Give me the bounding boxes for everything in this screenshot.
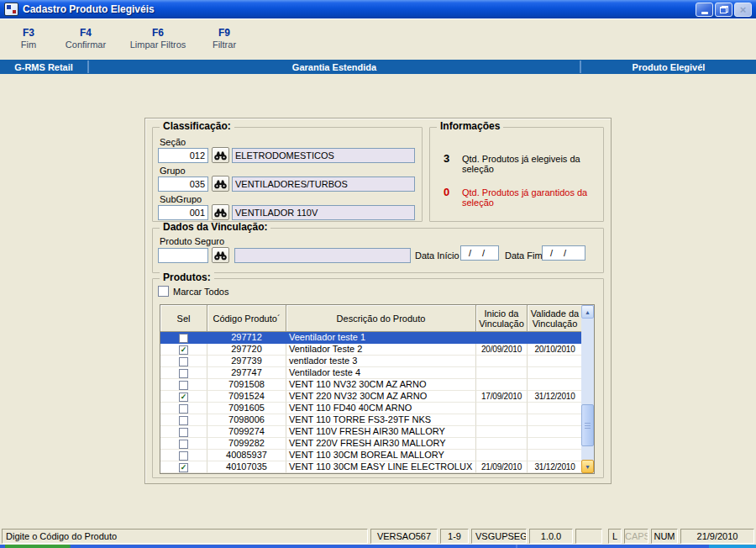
title-bar: Cadastro Produto Elegivéis × (0, 0, 756, 18)
table-row[interactable]: 7099274VENT 110V FRESH AIR30 MALLORY (160, 426, 594, 438)
toolbar-button-filtrar[interactable]: F9 Filtrar (200, 23, 249, 55)
table-row[interactable]: 297712Veentilador teste 1 (160, 332, 594, 344)
binoculars-icon (214, 179, 227, 189)
product-description: Ventilador teste 4 (286, 367, 476, 379)
row-checkbox[interactable] (179, 357, 188, 366)
row-checkbox[interactable] (179, 440, 188, 449)
row-checkbox[interactable] (179, 381, 188, 390)
row-checkbox[interactable] (179, 416, 188, 425)
product-code: 297739 (207, 356, 286, 367)
table-row[interactable]: ✓40107035VENT 110 30CM EASY LINE ELECTRO… (160, 461, 594, 473)
toolbar-button-limpar-filtros[interactable]: F6 Limpar Filtros (121, 23, 195, 55)
row-sel-cell[interactable]: ✓ (160, 344, 207, 356)
row-sel-cell[interactable]: ✓ (160, 461, 207, 473)
table-row[interactable]: 7099282VENT 220V FRESH AIR30 MALLORY (160, 438, 594, 450)
row-sel-cell[interactable] (160, 367, 207, 379)
button-label: Fim (21, 40, 36, 50)
scroll-down-button[interactable]: ▼ (581, 460, 594, 473)
row-checkbox[interactable]: ✓ (179, 463, 188, 472)
row-checkbox[interactable] (179, 334, 188, 343)
app-icon (4, 3, 18, 16)
subgrupo-lookup-button[interactable] (212, 204, 229, 220)
column-header-label: Código Produto (213, 314, 276, 324)
toolbar-button-confirmar[interactable]: F4 Confirmar (55, 23, 116, 55)
produto-seguro-lookup-button[interactable] (212, 247, 229, 263)
produto-seguro-label: Produto Seguro (160, 237, 224, 246)
classificacao-group: Classificação: Seção 012 ELETRODOMESTICO… (152, 127, 423, 222)
vertical-scrollbar[interactable]: ▲ ▼ (581, 305, 594, 473)
product-code: 40107035 (207, 461, 286, 473)
table-row[interactable]: 7091605VENT 110 FD40 40CM ARNO (160, 403, 594, 414)
product-description: Veentilador teste 1 (286, 332, 476, 344)
vinculacao-start-date (476, 438, 528, 450)
vinculacao-start-date: 17/09/2010 (476, 391, 528, 403)
banner-screen-name: Produto Elegivél (581, 62, 756, 72)
data-inicio-label: Data Início (415, 251, 459, 261)
group-title: Produtos: (160, 272, 214, 283)
data-inicio-input[interactable]: / / (460, 245, 499, 261)
row-sel-cell[interactable] (160, 332, 207, 344)
table-row[interactable]: 297739ventlador teste 3 (160, 356, 594, 367)
close-button[interactable]: × (734, 3, 752, 17)
secao-code-input[interactable]: 012 (158, 148, 208, 163)
data-fim-label: Data Fim (505, 251, 543, 261)
row-checkbox[interactable]: ✓ (179, 393, 188, 402)
row-sel-cell[interactable] (160, 438, 207, 450)
row-sel-cell[interactable] (160, 403, 207, 414)
table-row[interactable]: ✓7091524VENT 220 NV32 30CM AZ ARNO17/09/… (160, 391, 594, 403)
secao-label: Seção (160, 138, 186, 147)
vinculacao-start-date (476, 450, 528, 461)
window-title: Cadastro Produto Elegivéis (23, 3, 155, 15)
restore-button[interactable] (715, 3, 732, 17)
secao-lookup-button[interactable] (212, 147, 229, 163)
scroll-up-button[interactable]: ▲ (581, 305, 594, 319)
column-header-validade[interactable]: Validade da Vinculação (528, 305, 583, 332)
scrollbar-thumb[interactable] (581, 404, 594, 446)
vinculacao-end-date (528, 403, 583, 414)
table-row[interactable]: 7098006VENT 110 TORRE FS3-29TF NKS (160, 414, 594, 426)
product-description: VENT 110 30CM EASY LINE ELECTROLUX (286, 461, 476, 473)
taskbar-divider (516, 545, 517, 548)
product-description: Ventilador Teste 2 (286, 344, 476, 356)
toolbar-button-fim[interactable]: F3 Fim (7, 23, 50, 55)
minimize-button[interactable] (696, 3, 713, 17)
status-module: VSGUPSEG (471, 529, 527, 544)
column-header-codigo[interactable]: Código Produto´ (207, 305, 286, 332)
row-checkbox[interactable] (179, 451, 188, 461)
row-checkbox[interactable] (179, 428, 188, 437)
row-sel-cell[interactable] (160, 426, 207, 438)
row-checkbox[interactable] (179, 404, 188, 414)
row-sel-cell[interactable] (160, 379, 207, 391)
column-header-descricao[interactable]: Descrição do Produto (286, 305, 476, 332)
table-row[interactable]: 40085937VENT 110 30CM BOREAL MALLORY (160, 450, 594, 461)
binoculars-icon (214, 150, 227, 161)
grupo-code-input[interactable]: 035 (158, 177, 208, 192)
column-header-sel[interactable]: Sel (160, 305, 207, 332)
row-checkbox[interactable] (179, 369, 188, 378)
table-row[interactable]: 7091508VENT 110 NV32 30CM AZ ARNO (160, 379, 594, 391)
row-checkbox[interactable]: ✓ (179, 345, 188, 355)
status-version: VERSAO567 (370, 529, 438, 544)
minimize-icon (701, 12, 708, 14)
close-icon: × (740, 4, 747, 15)
table-row[interactable]: 297747Ventilador teste 4 (160, 367, 594, 379)
vinculacao-start-date (476, 367, 528, 379)
row-sel-cell[interactable]: ✓ (160, 391, 207, 403)
data-fim-input[interactable]: / / (542, 245, 585, 261)
row-sel-cell[interactable] (160, 414, 207, 426)
vinculacao-end-date: 20/10/2010 (528, 344, 583, 356)
row-sel-cell[interactable] (160, 450, 207, 461)
subgrupo-code-input[interactable]: 001 (158, 205, 208, 220)
arrow-down-icon: ▼ (585, 464, 591, 470)
start-button-fragment[interactable] (5, 545, 71, 548)
grupo-lookup-button[interactable] (212, 176, 229, 192)
marcar-todos-checkbox[interactable] (158, 286, 169, 297)
row-sel-cell[interactable] (160, 356, 207, 367)
column-header-inicio[interactable]: Inicio da Vinculação (476, 305, 528, 332)
product-code: 297720 (207, 344, 286, 356)
produto-seguro-code-input[interactable] (158, 248, 208, 263)
product-description: VENT 220 NV32 30CM AZ ARNO (286, 391, 476, 403)
table-row[interactable]: ✓297720Ventilador Teste 220/09/201020/10… (160, 344, 594, 356)
product-code: 297747 (207, 367, 286, 379)
app-window: Cadastro Produto Elegivéis × F3 Fim F4 C… (0, 0, 756, 548)
